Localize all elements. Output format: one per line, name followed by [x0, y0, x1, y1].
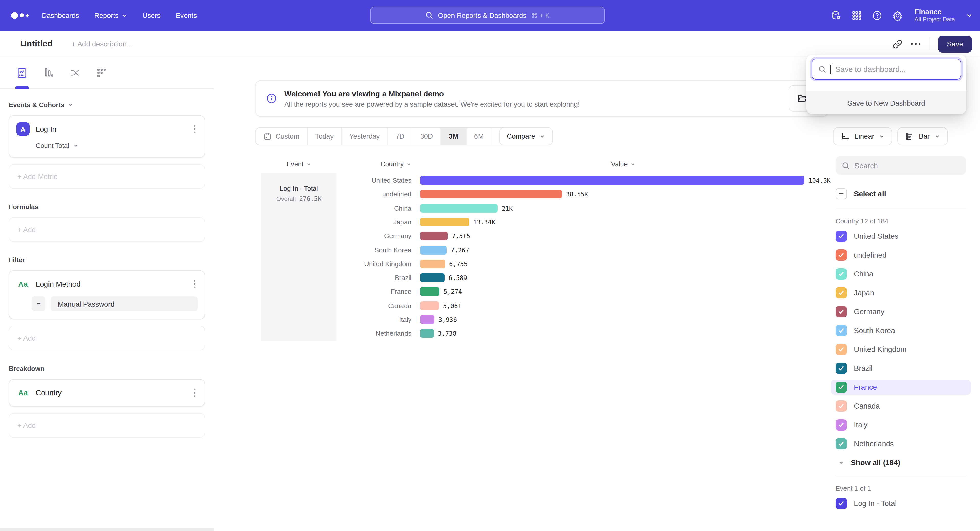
legend-checkbox[interactable]	[835, 498, 847, 509]
bar[interactable]	[420, 231, 448, 240]
legend-search-input[interactable]: Search	[835, 156, 966, 175]
range-today[interactable]: Today	[307, 127, 342, 145]
legend-checkbox[interactable]	[835, 287, 847, 298]
legend-checkbox[interactable]	[835, 306, 847, 317]
nav-item-events[interactable]: Events	[176, 11, 197, 19]
tab-insights[interactable]	[16, 57, 27, 89]
breakdown-property-name[interactable]: Country	[36, 389, 192, 397]
project-chevron-down-icon[interactable]	[966, 12, 973, 19]
show-all-button[interactable]: Show all (184)	[835, 458, 966, 467]
range-7d[interactable]: 7D	[388, 127, 413, 145]
metric-event-name[interactable]: Log In	[36, 125, 192, 133]
legend-item-italy[interactable]: Italy	[831, 417, 971, 433]
range-custom[interactable]: Custom	[256, 127, 307, 145]
filter-kebab-menu-icon[interactable]	[192, 279, 197, 290]
legend-item-germany[interactable]: Germany	[831, 304, 971, 319]
tab-flows[interactable]	[69, 57, 81, 89]
legend-checkbox[interactable]	[835, 231, 847, 242]
divider	[835, 209, 966, 209]
legend-item-canada[interactable]: Canada	[831, 398, 971, 414]
save-to-new-dashboard-button[interactable]: Save to New Dashboard	[807, 91, 966, 114]
legend-checkbox[interactable]	[835, 268, 847, 279]
metric-card[interactable]: A Log In Count Total	[9, 115, 205, 158]
tab-retention[interactable]	[96, 57, 107, 89]
column-header-value[interactable]: Value	[572, 160, 674, 168]
select-all-row[interactable]: Select all	[835, 188, 966, 200]
breakdown-kebab-menu-icon[interactable]	[192, 388, 197, 398]
metric-kebab-menu-icon[interactable]	[192, 124, 197, 135]
global-search-button[interactable]: Open Reports & Dashboards ⌘ + K	[370, 6, 605, 24]
add-filter-button[interactable]: + Add	[9, 326, 205, 350]
range-3m[interactable]: 3M	[441, 127, 466, 145]
range-30d[interactable]: 30D	[413, 127, 441, 145]
bar[interactable]	[420, 260, 445, 268]
country-legend-list: United StatesundefinedChinaJapanGermanyS…	[835, 228, 966, 452]
apps-grid-icon[interactable]	[851, 10, 862, 21]
bar-category-label: Canada	[306, 302, 411, 309]
bar[interactable]	[420, 315, 434, 324]
scale-dropdown[interactable]: Linear	[833, 127, 892, 145]
help-icon[interactable]	[872, 10, 882, 21]
breakdown-card[interactable]: Aa Country	[9, 379, 205, 407]
save-button[interactable]: Save	[938, 35, 972, 52]
legend-item-south-korea[interactable]: South Korea	[831, 323, 971, 338]
legend-item-undefined[interactable]: undefined	[831, 247, 971, 263]
range-6m[interactable]: 6M	[466, 127, 492, 145]
bar[interactable]	[420, 218, 469, 227]
mixpanel-logo-icon[interactable]	[11, 12, 29, 19]
bar[interactable]	[420, 273, 445, 282]
filter-operator-selector[interactable]: =	[32, 296, 45, 311]
bar[interactable]	[420, 204, 498, 212]
settings-gear-icon[interactable]	[892, 10, 903, 21]
filter-property-name[interactable]: Login Method	[36, 280, 192, 288]
legend-checkbox[interactable]	[835, 382, 847, 393]
nav-item-users[interactable]: Users	[142, 11, 161, 19]
legend-item-france[interactable]: France	[831, 379, 971, 395]
add-breakdown-button[interactable]: + Add	[9, 413, 205, 437]
report-title[interactable]: Untitled	[21, 38, 53, 49]
legend-item-event-total[interactable]: Log In - Total	[831, 496, 971, 511]
bar[interactable]	[420, 301, 439, 310]
legend-item-netherlands[interactable]: Netherlands	[831, 436, 971, 452]
filter-card[interactable]: Aa Login Method = Manual Password	[9, 270, 205, 319]
legend-item-united-states[interactable]: United States	[831, 228, 971, 244]
compare-button[interactable]: Compare	[499, 127, 552, 145]
column-header-country[interactable]: Country	[357, 160, 411, 168]
save-dashboard-search-input[interactable]: Save to dashboard...	[811, 59, 961, 79]
bar[interactable]	[420, 287, 439, 296]
column-header-event[interactable]: Event	[261, 160, 336, 168]
add-metric-button[interactable]: + Add Metric	[9, 164, 205, 189]
legend-item-united-kingdom[interactable]: United Kingdom	[831, 342, 971, 357]
legend-checkbox[interactable]	[835, 344, 847, 355]
legend-checkbox[interactable]	[835, 419, 847, 431]
legend-checkbox[interactable]	[835, 363, 847, 374]
legend-item-japan[interactable]: Japan	[831, 285, 971, 300]
add-formula-button[interactable]: + Add	[9, 217, 205, 242]
select-all-checkbox[interactable]	[835, 188, 847, 200]
legend-checkbox[interactable]	[835, 400, 847, 412]
range-yesterday[interactable]: Yesterday	[342, 127, 388, 145]
nav-item-reports[interactable]: Reports	[94, 11, 127, 19]
data-management-icon[interactable]	[831, 10, 842, 21]
project-switcher[interactable]: Finance All Project Data	[915, 8, 955, 23]
legend-checkbox[interactable]	[835, 325, 847, 336]
chart-type-dropdown[interactable]: Bar	[897, 127, 948, 145]
tab-funnels[interactable]	[43, 57, 54, 89]
event-header-label: Event	[286, 160, 304, 168]
filter-value-selector[interactable]: Manual Password	[51, 296, 197, 311]
legend-item-china[interactable]: China	[831, 266, 971, 282]
bar[interactable]	[420, 190, 562, 199]
metric-aggregation-dropdown[interactable]: Count Total	[36, 142, 197, 149]
nav-item-dashboards[interactable]: Dashboards	[42, 11, 79, 19]
copy-link-icon[interactable]	[892, 39, 902, 49]
events-cohorts-header[interactable]: Events & Cohorts	[9, 101, 205, 109]
legend-checkbox[interactable]	[835, 249, 847, 261]
bar[interactable]	[420, 246, 447, 254]
bar[interactable]	[420, 329, 434, 338]
sidebar-scrollbar-track[interactable]	[0, 528, 214, 531]
legend-item-brazil[interactable]: Brazil	[831, 361, 971, 376]
bar[interactable]	[420, 176, 804, 185]
add-description-field[interactable]: + Add description...	[72, 40, 133, 48]
more-options-icon[interactable]	[911, 43, 920, 45]
legend-checkbox[interactable]	[835, 438, 847, 449]
